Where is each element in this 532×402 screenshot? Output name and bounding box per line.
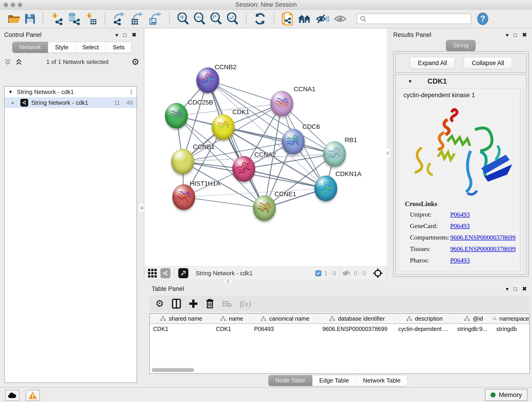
column-header-shared-name[interactable]: shared name — [150, 314, 213, 323]
network-node-CDC25B[interactable] — [165, 103, 188, 128]
table-row[interactable]: CDK1CDK1P064939606.ENSP00000378699cyclin… — [150, 324, 529, 334]
selected-checkbox-icon[interactable] — [315, 270, 322, 276]
show-glass-button[interactable] — [334, 13, 347, 24]
zoom-window-button[interactable] — [18, 3, 22, 7]
import-table-button[interactable] — [85, 13, 97, 25]
save-session-button[interactable] — [25, 13, 35, 24]
close-panel-icon[interactable]: ✖ — [132, 32, 137, 38]
network-node-CCNB1[interactable] — [171, 149, 194, 174]
network-edge-HIST1H1A-CCNE1[interactable] — [184, 197, 264, 208]
selected-count: 1 - 0 — [324, 270, 336, 277]
expand-all-button[interactable]: Expand All — [410, 57, 455, 69]
hide-glass-button[interactable] — [316, 13, 329, 24]
crosslink-link[interactable]: P06493 — [450, 222, 470, 230]
network-node-CCNA1[interactable] — [270, 91, 293, 116]
expand-all-networks-icon[interactable] — [5, 58, 12, 65]
network-node-CDK1[interactable] — [212, 114, 234, 140]
memory-button[interactable]: Memory — [485, 389, 527, 401]
add-column-icon[interactable] — [189, 299, 198, 308]
crosslink-link[interactable]: P06493 — [450, 211, 470, 218]
column-header-id[interactable]: @id — [454, 314, 493, 323]
tab-edge-table[interactable]: Edge Table — [312, 375, 356, 386]
network-node-CDC6[interactable] — [282, 129, 305, 154]
table-cell[interactable]: 9606.ENSP00000378699 — [319, 324, 395, 334]
crosslink-link[interactable]: P06493 — [450, 257, 470, 264]
table-options-gear-icon[interactable]: ⚙ — [155, 299, 164, 308]
table-cell[interactable]: cyclin-dependent ... — [395, 324, 454, 334]
zoom-out-button[interactable] — [194, 13, 206, 25]
table-cell[interactable]: stringdb — [493, 324, 529, 334]
show-columns-icon[interactable] — [172, 299, 181, 309]
network-badge-icon[interactable] — [160, 268, 171, 278]
birds-eye-toggle-icon[interactable] — [373, 268, 383, 278]
network-node-CCNA2[interactable] — [232, 156, 255, 182]
tab-style[interactable]: Style — [48, 42, 75, 53]
export-table-button[interactable] — [131, 12, 144, 25]
network-edge-CCNB2-CCNE1[interactable] — [208, 80, 264, 208]
collapse-all-button[interactable]: Collapse All — [464, 57, 512, 69]
table-cell[interactable]: P06493 — [251, 324, 319, 334]
tab-network-table[interactable]: Network Table — [356, 375, 407, 386]
results-vertical-scrollbar[interactable] — [520, 88, 524, 271]
minimize-window-button[interactable] — [11, 3, 15, 7]
network-collection-row[interactable]: ▼ String Network - cdk1 1 — [5, 87, 137, 97]
table-cell[interactable]: CDK1 — [213, 324, 251, 334]
apply-layout-button[interactable] — [254, 13, 266, 25]
float-panel-icon[interactable]: □ — [123, 32, 127, 38]
entry-disclosure-icon[interactable]: ▼ — [408, 79, 412, 84]
detach-view-icon[interactable] — [178, 268, 188, 278]
search-input[interactable] — [357, 13, 471, 24]
node-entry-header[interactable]: ▼ CDK1 — [396, 75, 526, 88]
close-window-button[interactable] — [4, 3, 8, 7]
zoom-in-button[interactable] — [177, 13, 189, 25]
help-button[interactable]: ? — [477, 13, 488, 25]
network-node-HIST1H1A[interactable] — [172, 184, 195, 210]
tab-network[interactable]: Network — [12, 42, 48, 53]
tab-select[interactable]: Select — [75, 42, 106, 53]
network-node-RB1[interactable] — [323, 141, 346, 167]
cloud-status-button[interactable] — [5, 390, 19, 401]
warnings-button[interactable] — [26, 390, 40, 401]
column-header-database-identifier[interactable]: database identifier — [319, 314, 395, 323]
open-session-button[interactable] — [8, 14, 20, 24]
column-header-canonical-name[interactable]: canonical name — [251, 314, 319, 323]
float-panel-icon[interactable]: □ — [514, 32, 517, 38]
tab-node-table[interactable]: Node Table — [268, 375, 312, 386]
panel-menu-icon[interactable]: ▾ — [506, 286, 509, 292]
column-header-description[interactable]: description — [395, 314, 454, 323]
network-node-CCNB2[interactable] — [196, 67, 219, 93]
network-canvas[interactable]: CCNB2CCNA1CDC25BCDK1CDC6RB1CCNB1CCNA2CDK… — [144, 29, 387, 266]
homes-button[interactable] — [298, 13, 311, 24]
zoom-selected-button[interactable] — [227, 13, 239, 25]
tab-sets[interactable]: Sets — [106, 42, 132, 53]
collection-disclosure-icon[interactable]: ▼ — [8, 89, 13, 95]
column-header-name[interactable]: name — [213, 314, 251, 323]
network-row[interactable]: ● String Network - cdk1 11 48 — [5, 97, 137, 108]
hidden-count: 0 - 0 — [354, 270, 366, 277]
zoom-fit-button[interactable] — [210, 13, 222, 25]
export-network-button[interactable] — [113, 12, 126, 25]
column-header-namespace[interactable]: namespace — [493, 314, 529, 323]
import-network-from-database-button[interactable] — [68, 13, 80, 25]
collapse-all-networks-icon[interactable] — [16, 58, 23, 65]
table-cell[interactable]: stringdb:9... — [454, 324, 493, 334]
string-import-button[interactable] — [282, 12, 293, 26]
network-options-gear-icon[interactable]: ⚙ — [132, 57, 139, 66]
panel-menu-icon[interactable]: ▾ — [506, 32, 509, 38]
network-node-CCNE1[interactable] — [253, 195, 276, 221]
delete-column-icon[interactable] — [206, 299, 214, 309]
table-horizontal-scrollbar[interactable] — [152, 368, 194, 372]
tab-string[interactable]: String — [446, 40, 476, 51]
grid-view-icon[interactable] — [148, 269, 157, 278]
export-image-button[interactable] — [148, 12, 162, 25]
close-panel-icon[interactable]: ✖ — [522, 285, 527, 293]
panel-menu-icon[interactable]: ▾ — [115, 32, 118, 38]
network-edge-CCNA2-CDKN1A[interactable] — [244, 169, 326, 188]
close-panel-icon[interactable]: ✖ — [522, 32, 527, 38]
table-cell[interactable]: CDK1 — [150, 324, 213, 334]
import-network-button[interactable] — [51, 13, 63, 25]
crosslink-link[interactable]: 9606.ENSP00000378699 — [450, 234, 515, 241]
network-node-CDKN1A[interactable] — [314, 176, 337, 201]
float-panel-icon[interactable]: □ — [514, 286, 517, 292]
crosslink-link[interactable]: 9606.ENSP00000378699 — [450, 245, 515, 253]
